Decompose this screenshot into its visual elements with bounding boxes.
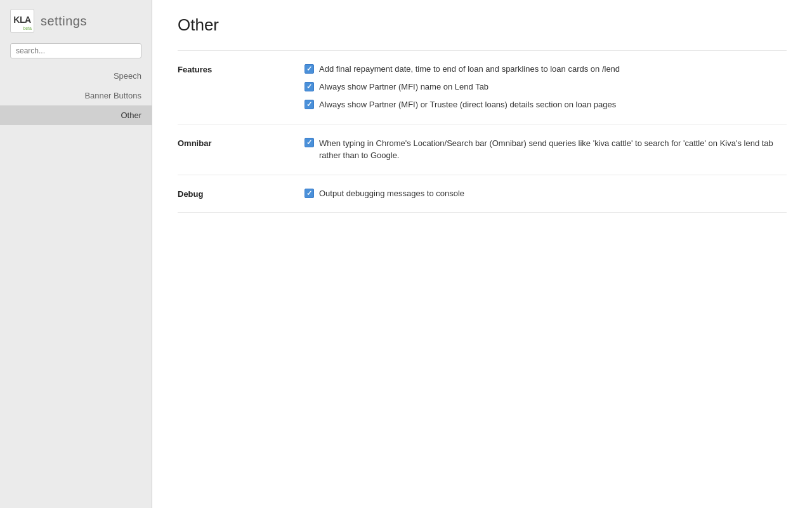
omnibar1-label: When typing in Chrome's Location/Search … [319,137,787,162]
feature3-checkbox[interactable] [304,100,314,109]
feature1-checkbox[interactable] [304,64,314,74]
omnibar-section: Omnibar When typing in Chrome's Location… [178,124,787,175]
main-content: Other Features Add final repayment date,… [152,0,812,508]
checkbox-row: When typing in Chrome's Location/Search … [304,137,787,162]
page-title: Other [178,15,787,35]
features-content: Add final repayment date, time to end of… [304,64,787,111]
omnibar1-checkbox[interactable] [304,138,314,147]
nav-list: Speech Banner Buttons Other [0,66,152,125]
debug1-label: Output debugging messages to console [319,188,464,199]
omnibar-label: Omnibar [178,137,304,162]
logo-kla-text: KLA [13,15,30,24]
sidebar-item-banner-buttons[interactable]: Banner Buttons [0,86,152,105]
debug-content: Output debugging messages to console [304,188,787,199]
features-section: Features Add final repayment date, time … [178,50,787,124]
feature1-label: Add final repayment date, time to end of… [319,64,620,75]
logo-beta-text: beta [23,26,32,30]
features-label: Features [178,64,304,111]
sidebar: KLA beta settings Speech Banner Buttons … [0,0,152,508]
omnibar-content: When typing in Chrome's Location/Search … [304,137,787,162]
feature2-label: Always show Partner (MFI) name on Lend T… [319,81,488,93]
checkbox-row: Add final repayment date, time to end of… [304,64,787,75]
search-input[interactable] [10,43,141,58]
feature3-label: Always show Partner (MFI) or Trustee (di… [319,99,616,110]
checkbox-row: Always show Partner (MFI) or Trustee (di… [304,99,787,110]
feature2-checkbox[interactable] [304,82,314,91]
search-container [0,39,152,66]
checkbox-row: Always show Partner (MFI) name on Lend T… [304,81,787,93]
logo-area: KLA beta settings [0,0,152,39]
app-title: settings [41,14,87,29]
debug-label: Debug [178,188,304,199]
debug-section: Debug Output debugging messages to conso… [178,175,787,213]
sidebar-item-speech[interactable]: Speech [0,66,152,86]
checkbox-row: Output debugging messages to console [304,188,787,199]
sidebar-item-other[interactable]: Other [0,105,152,125]
debug1-checkbox[interactable] [304,189,314,198]
logo-box: KLA beta [10,9,34,33]
